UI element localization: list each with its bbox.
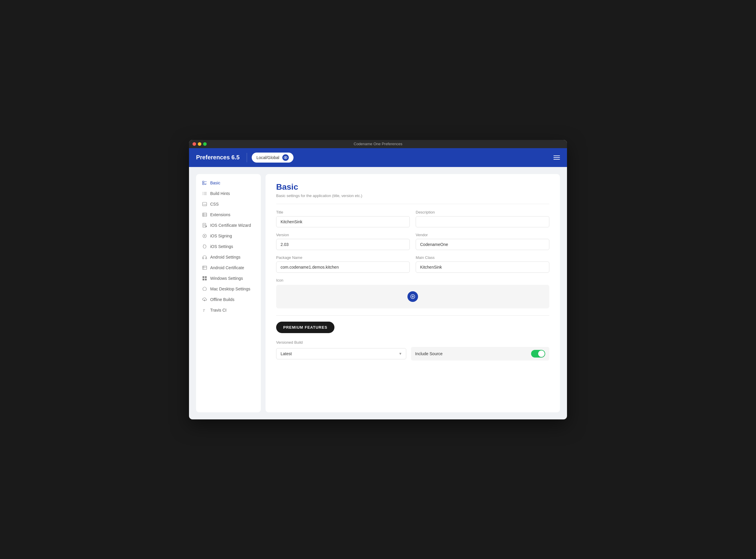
ios-signing-icon bbox=[202, 233, 207, 239]
version-group: Version bbox=[276, 233, 410, 250]
sidebar-item-android-settings[interactable]: Android Settings bbox=[196, 252, 261, 263]
section-description: Basic settings for the application (titl… bbox=[276, 194, 549, 198]
svg-point-1 bbox=[285, 157, 286, 158]
sidebar-label-travis-ci: Travis CI bbox=[210, 308, 226, 312]
versioned-build-row: Latest 1.0 2.0 3.0 ▼ Include Source bbox=[276, 347, 549, 360]
sidebar-label-css: CSS bbox=[210, 202, 219, 206]
premium-badge: PREMIUM FEATURES bbox=[276, 321, 335, 333]
toggle-knob bbox=[538, 351, 545, 357]
sidebar-item-ios-settings[interactable]: iOS Settings bbox=[196, 241, 261, 252]
sidebar-label-windows-settings: Windows Settings bbox=[210, 276, 243, 281]
maximize-button[interactable] bbox=[203, 142, 207, 146]
title-group: Title bbox=[276, 210, 410, 227]
svg-point-25 bbox=[204, 235, 205, 237]
css-icon: CSS bbox=[202, 201, 207, 207]
svg-rect-34 bbox=[205, 278, 207, 281]
sidebar-label-extensions: Extensions bbox=[210, 213, 230, 217]
sidebar-item-ios-cert[interactable]: IOS Certificate Wizard bbox=[196, 220, 261, 231]
svg-text:T: T bbox=[203, 308, 205, 312]
page-title: Basic bbox=[276, 182, 549, 192]
vendor-label: Vendor bbox=[416, 233, 549, 237]
package-name-group: Package Name bbox=[276, 255, 410, 273]
versioned-build-label: Versioned Build bbox=[276, 340, 549, 344]
svg-rect-26 bbox=[203, 258, 204, 259]
app-window: Codename One Preferences Preferences 6.5… bbox=[189, 140, 567, 419]
traffic-lights bbox=[192, 142, 207, 146]
sidebar-item-basic[interactable]: Basic bbox=[196, 178, 261, 188]
svg-text:CSS: CSS bbox=[203, 203, 206, 206]
mac-desktop-icon bbox=[202, 286, 207, 292]
premium-divider bbox=[276, 315, 549, 316]
version-label: Version bbox=[276, 233, 410, 237]
sidebar-label-build-hints: Build Hints bbox=[210, 191, 230, 196]
svg-rect-3 bbox=[203, 183, 204, 185]
local-global-toggle[interactable]: Local/Global bbox=[252, 153, 294, 162]
icon-dropzone[interactable] bbox=[276, 285, 549, 308]
sidebar-label-basic: Basic bbox=[210, 181, 220, 185]
main-class-group: Main Class bbox=[416, 255, 549, 273]
sidebar-item-extensions[interactable]: Extensions bbox=[196, 209, 261, 220]
ios-cert-icon bbox=[202, 223, 207, 228]
sidebar-item-windows-settings[interactable]: Windows Settings bbox=[196, 273, 261, 284]
content-panel: Basic Basic settings for the application… bbox=[266, 174, 560, 412]
versioned-build-select[interactable]: Latest 1.0 2.0 3.0 bbox=[276, 348, 406, 359]
main-class-label: Main Class bbox=[416, 255, 549, 260]
description-input[interactable] bbox=[416, 216, 549, 227]
icon-section: Icon bbox=[276, 278, 549, 308]
sidebar-label-ios-cert: IOS Certificate Wizard bbox=[210, 223, 251, 228]
sidebar-item-css[interactable]: CSS CSS bbox=[196, 199, 261, 209]
description-label: Description bbox=[416, 210, 549, 215]
sidebar-label-mac-desktop: Mac Desktop Settings bbox=[210, 287, 250, 291]
sidebar-label-ios-settings: iOS Settings bbox=[210, 244, 233, 249]
title-label: Title bbox=[276, 210, 410, 215]
basic-icon bbox=[202, 180, 207, 185]
header-divider bbox=[247, 153, 247, 162]
title-input[interactable] bbox=[276, 216, 410, 227]
versioned-build-select-wrapper: Latest 1.0 2.0 3.0 ▼ bbox=[276, 348, 406, 359]
svg-rect-32 bbox=[205, 276, 207, 278]
svg-rect-15 bbox=[203, 213, 207, 217]
main-class-input[interactable] bbox=[416, 262, 549, 273]
extensions-icon bbox=[202, 212, 207, 217]
svg-rect-23 bbox=[205, 226, 207, 227]
close-button[interactable] bbox=[192, 142, 196, 146]
sidebar-item-ios-signing[interactable]: iOS Signing bbox=[196, 231, 261, 241]
include-source-toggle[interactable] bbox=[531, 350, 545, 358]
sidebar-label-android-cert: Android Certificate bbox=[210, 265, 244, 270]
menu-button[interactable] bbox=[553, 156, 560, 160]
icon-upload-icon bbox=[408, 291, 418, 302]
toggle-eye-icon bbox=[282, 154, 289, 161]
package-name-input[interactable] bbox=[276, 262, 410, 273]
section-divider bbox=[276, 204, 549, 204]
sidebar-label-ios-signing: iOS Signing bbox=[210, 233, 232, 238]
include-source-row: Include Source bbox=[411, 347, 549, 360]
svg-rect-33 bbox=[203, 278, 204, 281]
title-description-row: Title Description bbox=[276, 210, 549, 227]
sidebar-item-travis-ci[interactable]: T Travis CI bbox=[196, 305, 261, 315]
description-group: Description bbox=[416, 210, 549, 227]
titlebar: Codename One Preferences bbox=[189, 140, 567, 148]
main-content: Basic Build Hints bbox=[189, 167, 567, 419]
vendor-input[interactable] bbox=[416, 239, 549, 250]
svg-rect-31 bbox=[203, 276, 204, 278]
sidebar-label-offline-builds: Offline Builds bbox=[210, 297, 234, 302]
sidebar-item-offline-builds[interactable]: Offline Builds bbox=[196, 294, 261, 305]
minimize-button[interactable] bbox=[198, 142, 201, 146]
sidebar-item-build-hints[interactable]: Build Hints bbox=[196, 188, 261, 199]
sidebar-item-mac-desktop[interactable]: Mac Desktop Settings bbox=[196, 284, 261, 294]
sidebar-item-android-cert[interactable]: Android Certificate bbox=[196, 263, 261, 273]
android-cert-icon bbox=[202, 265, 207, 270]
vendor-group: Vendor bbox=[416, 233, 549, 250]
package-mainclass-row: Package Name Main Class bbox=[276, 255, 549, 273]
package-name-label: Package Name bbox=[276, 255, 410, 260]
svg-rect-27 bbox=[205, 258, 207, 259]
svg-rect-28 bbox=[203, 266, 207, 269]
app-header: Preferences 6.5 Local/Global bbox=[189, 148, 567, 167]
toggle-label: Local/Global bbox=[256, 155, 279, 160]
svg-rect-2 bbox=[203, 181, 204, 183]
app-title: Preferences 6.5 bbox=[196, 154, 239, 161]
icon-label: Icon bbox=[276, 278, 549, 283]
version-input[interactable] bbox=[276, 239, 410, 250]
sidebar-label-android-settings: Android Settings bbox=[210, 255, 240, 260]
android-settings-icon bbox=[202, 254, 207, 260]
